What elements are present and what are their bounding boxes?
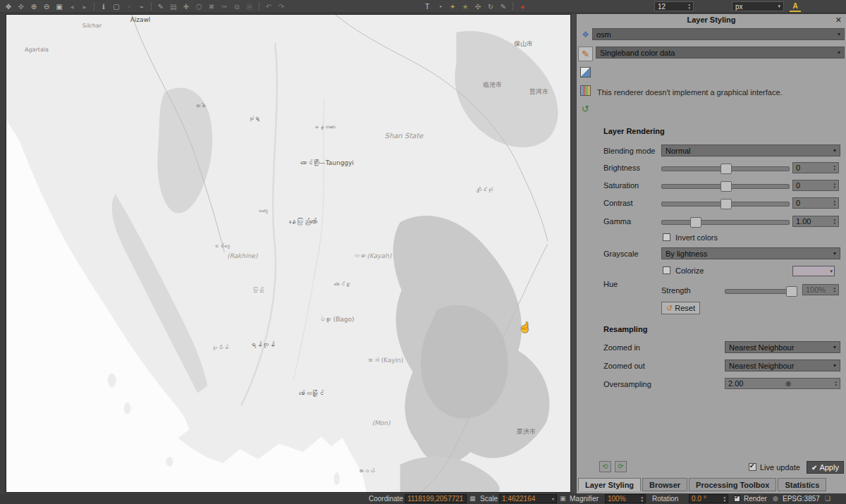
layer-select-dropdown[interactable]: osm <box>592 28 845 40</box>
redo-style-button[interactable]: ⟳ <box>615 461 627 472</box>
spinner-arrows-icon[interactable] <box>833 286 835 293</box>
magnifier-spinbox[interactable]: 100% <box>605 494 646 503</box>
cut-features-icon[interactable]: ✂ <box>219 1 230 12</box>
font-color-icon[interactable]: A <box>790 1 801 12</box>
paste-features-icon[interactable]: ⎘ <box>244 1 255 12</box>
toggle-editing-icon[interactable]: ✎ <box>155 1 166 12</box>
clear-value-icon[interactable]: ⊗ <box>785 380 793 388</box>
grayscale-dropdown[interactable]: By lightness <box>661 247 840 259</box>
select-features-icon[interactable]: ▢ <box>111 1 122 12</box>
layer-diagram-options-icon[interactable]: ◔ <box>434 1 446 12</box>
measure-icon[interactable]: ⌁ <box>136 1 147 12</box>
zoom-out-icon[interactable]: ⊖ <box>41 1 52 12</box>
contrast-slider-handle[interactable] <box>721 199 732 209</box>
pan-to-selection-icon[interactable]: ✜ <box>16 1 27 12</box>
undo-icon[interactable]: ↶ <box>263 1 274 12</box>
brightness-slider[interactable] <box>661 166 790 171</box>
spinner-arrows-icon[interactable] <box>833 218 835 225</box>
renderer-message: This renderer doesn't implement a graphi… <box>597 88 783 97</box>
strength-slider[interactable] <box>725 289 797 294</box>
label-font-size-spinbox[interactable]: 12 <box>654 1 694 11</box>
crs-value[interactable]: EPSG:3857 <box>783 493 820 504</box>
extent-icon[interactable]: ▦ <box>470 493 476 504</box>
live-update-checkbox[interactable] <box>749 463 756 471</box>
gamma-slider[interactable] <box>661 220 790 225</box>
coordinate-input[interactable]: 1118199,2057721 <box>405 494 467 503</box>
colorize-checkbox[interactable] <box>663 266 670 274</box>
gamma-slider-handle[interactable] <box>690 217 701 228</box>
contrast-spinbox[interactable]: 0 <box>792 197 839 209</box>
oversampling-value: 2.00 <box>728 379 743 388</box>
reset-button[interactable]: ↺ Reset <box>661 302 700 314</box>
rotate-label-icon[interactable]: ↻ <box>485 1 496 12</box>
move-label-icon[interactable]: ✣ <box>472 1 484 12</box>
map-canvas[interactable]: SilcharAizawlAgartalaဟားခါးမုံရွာမန္တလေး… <box>6 14 571 493</box>
blending-mode-dropdown[interactable]: Normal <box>661 145 840 156</box>
copy-features-icon[interactable]: ⧉ <box>231 1 243 12</box>
render-checkbox[interactable] <box>734 496 740 502</box>
contrast-label: Contrast <box>603 199 633 207</box>
zoom-next-icon[interactable]: ▸ <box>79 1 90 12</box>
crs-globe-icon[interactable]: ◍ <box>773 493 778 504</box>
zoom-last-icon[interactable]: ◂ <box>66 1 78 12</box>
pin-labels-icon[interactable]: ✦ <box>447 1 458 12</box>
messages-icon[interactable]: ❏ <box>825 493 830 504</box>
rotation-spinbox[interactable]: 0.0 ° <box>689 494 728 503</box>
status-bar: Coordinate 1118199,2057721 ▦ Scale 1:462… <box>0 493 846 504</box>
identify-features-icon[interactable]: ℹ <box>98 1 109 12</box>
close-panel-icon[interactable]: ✕ <box>835 16 842 25</box>
undo-style-button[interactable]: ⟲ <box>599 461 611 472</box>
history-tab[interactable]: ↺ <box>578 102 593 116</box>
tab-statistics[interactable]: Statistics <box>778 478 826 491</box>
spinner-arrows-icon[interactable] <box>835 380 837 387</box>
zoom-full-icon[interactable]: ▣ <box>54 1 65 12</box>
transparency-tab[interactable] <box>578 65 593 80</box>
zoom-in-icon[interactable]: ⊕ <box>28 1 39 12</box>
invert-colors-checkbox[interactable] <box>663 233 670 241</box>
zoomed-in-dropdown[interactable]: Nearest Neighbour <box>725 341 840 353</box>
label-unit-combobox[interactable]: px ▾ <box>732 1 784 11</box>
tab-processing-toolbox[interactable]: Processing Toolbox <box>689 478 776 491</box>
zoomed-out-dropdown[interactable]: Nearest Neighbour <box>725 359 840 371</box>
pan-icon[interactable]: ✥ <box>3 1 14 12</box>
oversampling-spinbox[interactable]: 2.00 ⊗ <box>725 378 840 389</box>
strength-spinbox[interactable]: 100% <box>802 284 839 295</box>
add-feature-icon[interactable]: ✚ <box>180 1 192 12</box>
invert-colors-label: Invert colors <box>675 233 718 242</box>
spinner-arrows-icon[interactable] <box>723 496 725 503</box>
highlight-pinned-labels-icon[interactable]: ✭ <box>460 1 471 12</box>
delete-selected-icon[interactable]: ✖ <box>206 1 217 12</box>
change-label-icon[interactable]: ✎ <box>498 1 509 12</box>
vertex-tool-icon[interactable]: ⬡ <box>193 1 204 12</box>
layer-labeling-options-icon[interactable]: T <box>422 1 433 12</box>
brightness-slider-handle[interactable] <box>721 164 732 174</box>
scale-combobox[interactable]: 1:4622164 ▾ <box>499 494 557 503</box>
contrast-slider[interactable] <box>661 202 790 207</box>
spinner-arrows-icon[interactable] <box>833 182 835 189</box>
histogram-tab[interactable] <box>578 83 593 98</box>
save-layer-edits-icon[interactable]: ▤ <box>168 1 179 12</box>
spinner-arrows-icon[interactable] <box>688 3 690 10</box>
apply-button[interactable]: ✔ Apply <box>807 461 844 474</box>
gamma-spinbox[interactable]: 1.00 <box>792 216 839 227</box>
deselect-features-icon[interactable]: ▫ <box>123 1 135 12</box>
grayscale-value: By lightness <box>666 250 707 258</box>
panel-splitter[interactable] <box>571 14 577 493</box>
brightness-spinbox[interactable]: 0 <box>792 162 839 173</box>
spinner-arrows-icon[interactable] <box>833 199 835 207</box>
spinner-arrows-icon[interactable] <box>833 164 835 171</box>
colorize-color-swatch[interactable] <box>792 266 835 276</box>
saturation-slider[interactable] <box>661 184 790 189</box>
tab-browser[interactable]: Browser <box>642 478 687 491</box>
saturation-slider-handle[interactable] <box>721 181 732 192</box>
lock-scale-icon[interactable]: ▣ <box>560 493 566 504</box>
discard-label-edits-icon[interactable]: ● <box>517 1 528 12</box>
saturation-spinbox[interactable]: 0 <box>792 180 839 191</box>
symbology-tab[interactable]: ✎ <box>578 47 593 61</box>
renderer-dropdown[interactable]: Singleband color data <box>596 47 845 59</box>
spinner-arrows-icon[interactable] <box>641 496 643 503</box>
redo-icon[interactable]: ↷ <box>276 1 287 12</box>
tab-layer-styling[interactable]: Layer Styling <box>578 478 641 491</box>
map-label: မော်လမြိုင် <box>299 390 324 397</box>
strength-slider-handle[interactable] <box>786 286 797 297</box>
